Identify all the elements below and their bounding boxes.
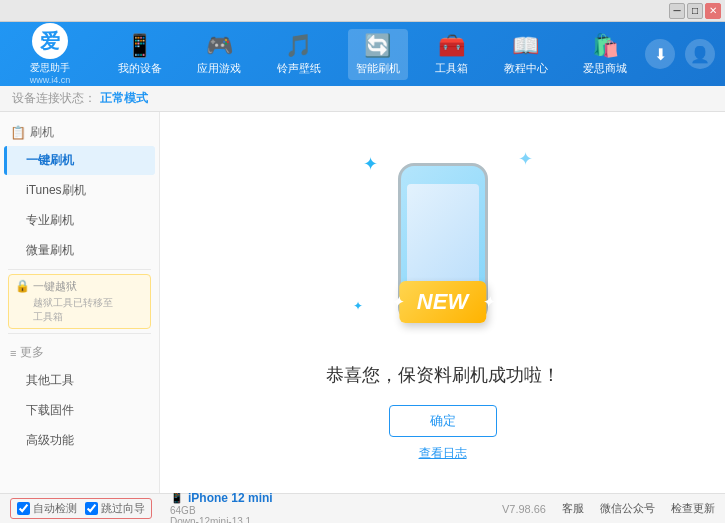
checkbox-group: 自动检测 跳过向导: [10, 498, 152, 519]
device-storage: 64GB: [170, 505, 273, 516]
sidebar-item-pro-flash[interactable]: 专业刷机: [4, 206, 155, 235]
sidebar-item-itunes-flash[interactable]: iTunes刷机: [4, 176, 155, 205]
user-button[interactable]: 👤: [685, 39, 715, 69]
sparkle-bottom-left-icon: ✦: [353, 299, 363, 313]
nav-item-smart-flash[interactable]: 🔄 智能刷机: [348, 29, 408, 80]
nav-right: ⬇ 👤: [645, 39, 725, 69]
more-section-icon: ≡: [10, 347, 16, 359]
customer-service-link[interactable]: 客服: [562, 501, 584, 516]
skip-wizard-checkbox-label[interactable]: 跳过向导: [85, 501, 145, 516]
nav-item-tutorial[interactable]: 📖 教程中心: [496, 29, 556, 80]
content-area: ✦ ✦ ✦ ✦ NEW ✦ 恭喜您，保资料刷机成功啦！ 确定 查看日志: [160, 112, 725, 493]
logo-text: 爱思助手 www.i4.cn: [30, 61, 71, 85]
tutorial-icon: 📖: [512, 33, 539, 59]
device-model: Down-12mini-13,1: [170, 516, 273, 524]
main-layout: 📋 刷机 一键刷机 iTunes刷机 专业刷机 微量刷机 🔒 一键越狱 越狱工具…: [0, 112, 725, 493]
logo-icon: 爱: [32, 23, 68, 59]
toolbox-icon: 🧰: [438, 33, 465, 59]
bottom-right: V7.98.66 客服 微信公众号 检查更新: [502, 501, 715, 516]
sidebar-item-save-flash[interactable]: 微量刷机: [4, 236, 155, 265]
auto-detect-checkbox-label[interactable]: 自动检测: [17, 501, 77, 516]
maximize-button[interactable]: □: [687, 3, 703, 19]
status-bar: 设备连接状态： 正常模式: [0, 86, 725, 112]
sidebar-section-more: ≡ 更多: [0, 338, 159, 365]
status-value: 正常模式: [100, 90, 148, 107]
version-label: V7.98.66: [502, 503, 546, 515]
check-update-link[interactable]: 检查更新: [671, 501, 715, 516]
new-star-right-icon: ✦: [482, 294, 494, 310]
top-nav: 爱 爱思助手 www.i4.cn 📱 我的设备 🎮 应用游戏 🎵 铃声壁纸 🔄 …: [0, 22, 725, 86]
sidebar-item-download-fw[interactable]: 下载固件: [4, 396, 155, 425]
sidebar: 📋 刷机 一键刷机 iTunes刷机 专业刷机 微量刷机 🔒 一键越狱 越狱工具…: [0, 112, 160, 493]
close-button[interactable]: ✕: [705, 3, 721, 19]
sidebar-item-one-key-flash[interactable]: 一键刷机: [4, 146, 155, 175]
sparkle-top-right-icon: ✦: [518, 148, 533, 170]
goto-log-link[interactable]: 查看日志: [419, 445, 467, 462]
sidebar-warning-jailbreak: 🔒 一键越狱 越狱工具已转移至工具箱: [8, 274, 151, 329]
store-icon: 🛍️: [592, 33, 619, 59]
flash-section-icon: 📋: [10, 125, 26, 140]
title-bar: ─ □ ✕: [0, 0, 725, 22]
sidebar-divider-1: [8, 269, 151, 270]
download-button[interactable]: ⬇: [645, 39, 675, 69]
confirm-button[interactable]: 确定: [389, 405, 497, 437]
sparkle-top-left-icon: ✦: [363, 153, 378, 175]
nav-item-ringtones[interactable]: 🎵 铃声壁纸: [269, 29, 329, 80]
smart-flash-icon: 🔄: [364, 33, 391, 59]
logo-area: 爱 爱思助手 www.i4.cn: [0, 23, 100, 85]
new-star-left-icon: ✦: [391, 294, 403, 310]
auto-detect-checkbox[interactable]: [17, 502, 30, 515]
my-device-icon: 📱: [126, 33, 153, 59]
success-text: 恭喜您，保资料刷机成功啦！: [326, 363, 560, 387]
bottom-left: 自动检测 跳过向导 📱 iPhone 12 mini 64GB Down-12m…: [10, 491, 502, 524]
sidebar-divider-2: [8, 333, 151, 334]
new-badge: ✦ NEW ✦: [399, 281, 486, 323]
nav-item-apps-games[interactable]: 🎮 应用游戏: [189, 29, 249, 80]
success-illustration: ✦ ✦ ✦ ✦ NEW ✦: [343, 143, 543, 343]
minimize-button[interactable]: ─: [669, 3, 685, 19]
skip-wizard-checkbox[interactable]: [85, 502, 98, 515]
wechat-official-link[interactable]: 微信公众号: [600, 501, 655, 516]
sidebar-item-other-tools[interactable]: 其他工具: [4, 366, 155, 395]
lock-icon: 🔒: [15, 279, 30, 293]
bottom-bar: 自动检测 跳过向导 📱 iPhone 12 mini 64GB Down-12m…: [0, 493, 725, 523]
nav-item-toolbox[interactable]: 🧰 工具箱: [427, 29, 476, 80]
ringtones-icon: 🎵: [285, 33, 312, 59]
nav-item-my-device[interactable]: 📱 我的设备: [110, 29, 170, 80]
nav-item-store[interactable]: 🛍️ 爱思商城: [575, 29, 635, 80]
apps-games-icon: 🎮: [206, 33, 233, 59]
status-label: 设备连接状态：: [12, 90, 96, 107]
sidebar-item-advanced[interactable]: 高级功能: [4, 426, 155, 455]
sidebar-section-flash: 📋 刷机: [0, 118, 159, 145]
phone-screen: [407, 184, 479, 294]
device-info: 📱 iPhone 12 mini 64GB Down-12mini-13,1: [170, 491, 273, 524]
nav-items: 📱 我的设备 🎮 应用游戏 🎵 铃声壁纸 🔄 智能刷机 🧰 工具箱 📖 教程中心…: [100, 29, 645, 80]
